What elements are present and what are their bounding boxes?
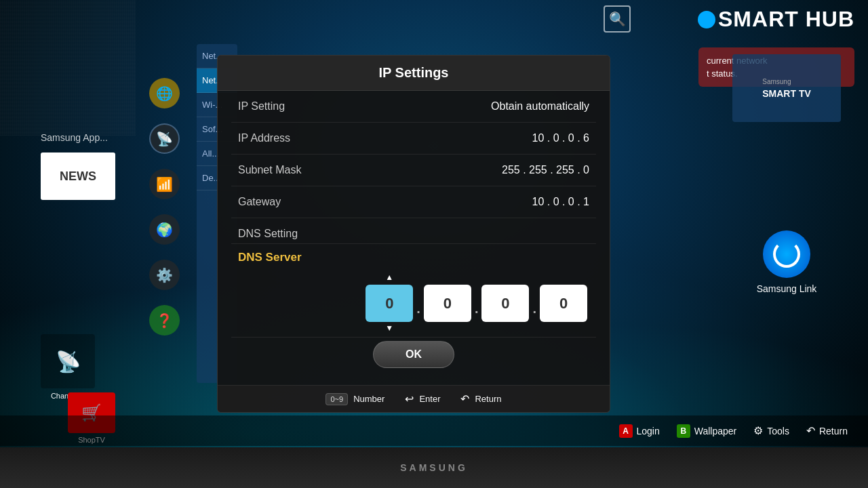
dns-box-2[interactable]: 0 [481, 285, 529, 322]
dns-setting-label: DNS Setting [238, 228, 298, 240]
gateway-row: Gateway 10 . 0 . 0 . 1 [231, 186, 596, 218]
dns-down-arrow-0[interactable]: ▼ [385, 324, 393, 333]
ip-setting-label: IP Setting [238, 100, 285, 113]
footer-number-label: Number [353, 394, 384, 404]
footer-enter-icon: ↩ [405, 392, 414, 405]
dialog-overlay: IP Settings IP Setting Obtain automatica… [0, 0, 868, 488]
dns-input-2: 0 [479, 273, 531, 333]
ip-settings-dialog: IP Settings IP Setting Obtain automatica… [217, 55, 610, 413]
dialog-body: IP Setting Obtain automatically IP Addre… [218, 91, 610, 385]
dns-box-0[interactable]: 0 [366, 285, 413, 322]
dns-up-arrow-0[interactable]: ▲ [385, 273, 393, 283]
ok-button[interactable]: OK [373, 341, 454, 368]
footer-return-label: Return [475, 394, 501, 404]
dns-dot-2: . [473, 301, 480, 317]
gateway-value: 10 . 0 . 0 . 1 [532, 196, 590, 208]
dns-server-label: DNS Server [238, 251, 302, 264]
gateway-label: Gateway [238, 196, 281, 208]
footer-enter: ↩ Enter [405, 392, 440, 405]
footer-return-icon: ↶ [460, 392, 469, 405]
footer-number: 0~9 Number [326, 392, 384, 405]
dns-input-3: 0 [538, 273, 589, 333]
dns-inputs: ▲ 0 ▼ . 0 . 0 . [363, 273, 589, 333]
dialog-title: IP Settings [218, 56, 610, 91]
footer-enter-label: Enter [419, 394, 440, 404]
footer-number-key: 0~9 [326, 393, 348, 405]
subnet-mask-value: 255 . 255 . 255 . 0 [502, 164, 589, 176]
dns-box-1[interactable]: 0 [424, 285, 471, 322]
ip-address-label: IP Address [238, 132, 290, 144]
ip-address-value: 10 . 0 . 0 . 6 [532, 132, 590, 144]
subnet-mask-label: Subnet Mask [238, 164, 301, 176]
footer-return: ↶ Return [460, 392, 501, 405]
dns-input-0: ▲ 0 ▼ [363, 273, 415, 333]
dns-dot-3: . [531, 301, 538, 317]
dns-server-row: DNS Server ▲ 0 ▼ . 0 . [231, 243, 596, 338]
dns-setting-row: DNS Setting [231, 218, 596, 243]
ip-address-row: IP Address 10 . 0 . 0 . 6 [231, 123, 596, 155]
dns-box-3[interactable]: 0 [540, 285, 587, 322]
ip-setting-value: Obtain automatically [491, 100, 589, 113]
dns-input-1: 0 [422, 273, 473, 333]
dialog-footer: 0~9 Number ↩ Enter ↶ Return [218, 385, 610, 412]
ip-setting-row: IP Setting Obtain automatically [231, 91, 596, 123]
subnet-mask-row: Subnet Mask 255 . 255 . 255 . 0 [231, 155, 596, 186]
dns-dot-1: . [415, 301, 422, 317]
